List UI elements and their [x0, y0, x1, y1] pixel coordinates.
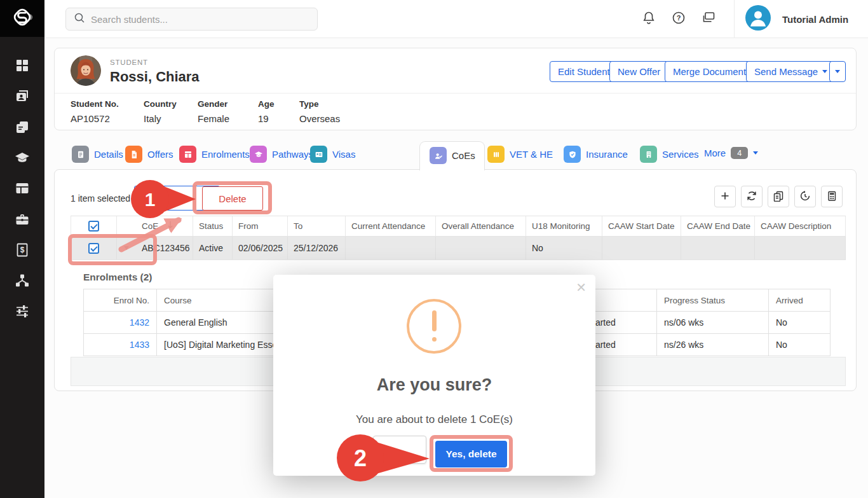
network-icon	[15, 273, 30, 288]
tab-vet-he[interactable]: VET & HE	[487, 146, 553, 163]
cell-progress: ns/26 wks	[657, 334, 769, 356]
topbar-divider	[734, 0, 735, 38]
copy-button[interactable]	[768, 186, 789, 207]
cell-to: 25/12/2026	[288, 237, 346, 259]
row-checkbox[interactable]	[88, 243, 99, 254]
add-coe-button[interactable]	[714, 186, 736, 207]
history-button[interactable]	[794, 186, 816, 207]
notifications-button[interactable]	[641, 11, 657, 27]
details-icon	[72, 146, 89, 163]
dashboard-icon	[15, 58, 30, 73]
column-from[interactable]: From	[233, 216, 288, 236]
column-progress-status: Progress Status	[657, 289, 769, 312]
documents-icon	[15, 120, 30, 135]
sidebar-item-layout[interactable]	[0, 175, 44, 202]
user-menu[interactable]: Tutorial Admin	[745, 6, 848, 32]
edit-student-button[interactable]: Edit Student	[550, 61, 618, 82]
search-input[interactable]	[91, 14, 294, 25]
select-all-header[interactable]	[71, 216, 117, 236]
cell-current-attendance	[346, 237, 436, 259]
enrol-no-link[interactable]: 1433	[130, 340, 149, 350]
coe-table-header: CoE Status From To Current Attendance Ov…	[71, 216, 846, 236]
graduation-cap-icon	[15, 150, 30, 165]
close-icon[interactable]: ✕	[576, 281, 587, 294]
cancel-button[interactable]	[373, 436, 426, 464]
more-actions-button[interactable]	[829, 61, 846, 82]
offers-icon	[125, 146, 142, 163]
sliders-icon	[15, 303, 30, 319]
tab-visas[interactable]: Visas	[310, 146, 355, 163]
sidebar-item-dashboard[interactable]	[0, 52, 44, 79]
sidebar-item-briefcase[interactable]	[0, 206, 44, 233]
tab-coes[interactable]: CoEs	[430, 147, 475, 164]
cell-from: 02/06/2025	[233, 237, 288, 259]
warning-icon	[407, 299, 461, 354]
svg-text:$: $	[20, 246, 25, 254]
tab-pathways[interactable]: Pathways	[250, 146, 313, 163]
tab-more[interactable]: More 4	[704, 147, 758, 159]
topbar: ? Tutorial Admin	[44, 0, 868, 38]
merge-document-button[interactable]: Merge Document	[665, 61, 754, 82]
tab-details[interactable]: Details	[72, 146, 123, 163]
column-overall-attendance[interactable]: Overall Attendance	[436, 216, 526, 236]
tab-offers[interactable]: Offers	[125, 146, 173, 163]
column-coe[interactable]: CoE	[136, 216, 193, 236]
cell-progress: ns/06 wks	[657, 312, 769, 334]
column-current-attendance[interactable]: Current Attendance	[346, 216, 436, 236]
pathways-icon	[250, 146, 267, 163]
column-caaw-end[interactable]: CAAW End Date	[681, 216, 755, 236]
confirm-delete-button[interactable]: Yes, delete	[435, 441, 507, 467]
column-to[interactable]: To	[288, 216, 346, 236]
cell-caaw-description	[755, 237, 846, 259]
sidebar-item-students[interactable]	[0, 83, 44, 109]
enrolments-icon	[179, 146, 196, 163]
info-country: Country Italy	[144, 99, 177, 124]
delete-button[interactable]: Delete	[202, 186, 263, 211]
help-button[interactable]: ?	[670, 11, 687, 27]
cell-caaw-end	[681, 237, 755, 259]
calculator-button[interactable]	[821, 186, 843, 207]
cell-caaw-start	[602, 237, 681, 259]
column-arrived: Arrived	[769, 289, 831, 312]
column-caaw-description[interactable]: CAAW Description	[755, 216, 846, 236]
dialog-message: You are about to delete 1 CoE(s)	[273, 413, 595, 426]
tab-enrolments[interactable]: Enrolments	[179, 146, 250, 163]
row-expander-cell	[117, 237, 136, 259]
chat-icon	[701, 10, 716, 28]
search-box	[65, 8, 318, 31]
sidebar-item-finance[interactable]: $	[0, 237, 44, 263]
sidebar-item-education[interactable]	[0, 144, 44, 171]
send-message-button[interactable]: Send Message	[746, 61, 836, 82]
column-status[interactable]: Status	[193, 216, 233, 236]
student-photo	[71, 55, 101, 86]
briefcase-icon	[15, 212, 30, 227]
student-name: Rossi, Chiara	[110, 69, 200, 85]
chevron-down-icon	[835, 70, 840, 73]
select-all-checkbox[interactable]	[88, 221, 99, 232]
chevron-down-icon	[822, 70, 827, 73]
sidebar: $	[0, 0, 44, 498]
enrol-no-link[interactable]: 1432	[130, 317, 149, 328]
tab-insurance[interactable]: Insurance	[564, 146, 628, 163]
bell-icon	[641, 10, 656, 28]
cell-coe: ABC123456	[136, 237, 193, 259]
messages-button[interactable]	[700, 11, 717, 27]
column-caaw-start[interactable]: CAAW Start Date	[602, 216, 681, 236]
sidebar-item-documents[interactable]	[0, 114, 44, 141]
students-icon	[15, 88, 30, 104]
coe-table-row[interactable]: ABC123456 Active 02/06/2025 25/12/2026 N…	[71, 236, 846, 260]
column-u18-monitoring[interactable]: U18 Monitoring	[526, 216, 602, 236]
user-name: Tutorial Admin	[782, 14, 848, 25]
refresh-button[interactable]	[741, 186, 763, 207]
collapse-row-icon[interactable]	[124, 246, 129, 250]
new-offer-button[interactable]: New Offer	[609, 61, 668, 82]
calculator-icon	[826, 190, 837, 204]
app-logo[interactable]	[0, 0, 44, 37]
tab-services[interactable]: Services	[640, 146, 699, 163]
insurance-icon	[564, 146, 581, 163]
enrolments-section-title: Enrolments (2)	[83, 272, 153, 283]
student-badge-label: STUDENT	[110, 59, 148, 66]
sort-descending-icon	[167, 216, 173, 236]
sidebar-item-settings[interactable]	[0, 298, 44, 324]
sidebar-item-network[interactable]	[0, 267, 44, 294]
